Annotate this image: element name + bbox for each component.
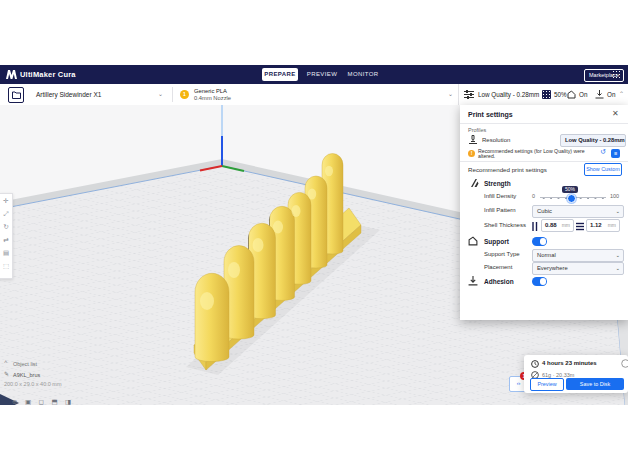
- open-file-button[interactable]: [8, 87, 24, 103]
- recommended-settings-label: Recommended print settings: [468, 166, 547, 173]
- caret-up-icon[interactable]: ˄: [4, 359, 8, 365]
- placement-dropdown[interactable]: Everywhere ⌄: [532, 262, 624, 275]
- extruder-color-icon: 1: [180, 90, 189, 99]
- sliders-icon: [464, 90, 474, 99]
- camera-view-toolbar: ⊕ ▣ ◻ ⬒ ◨: [12, 390, 74, 405]
- nozzle-size[interactable]: 0.4mm Nozzle: [194, 95, 231, 101]
- print-action-panel: 4 hours 23 minutes 61g · 20.33m Preview …: [524, 355, 628, 393]
- tab-prepare[interactable]: PREPARE: [262, 68, 298, 81]
- view-front-icon[interactable]: ▣: [25, 398, 31, 405]
- chevron-down-icon: ⌄: [617, 135, 622, 145]
- wall-thickness-value: 0.88: [545, 220, 557, 231]
- infill-density-label: Infill Density: [484, 193, 516, 199]
- placement-value: Everywhere: [537, 265, 568, 271]
- folder-icon: [12, 91, 21, 99]
- screenshot-canvas: UltiMaker Cura PREPARE PREVIEW MONITOR M…: [0, 0, 628, 472]
- adhesion-summary[interactable]: On: [607, 84, 615, 105]
- object-list-toggle[interactable]: Object list: [13, 361, 37, 367]
- reset-settings-icon[interactable]: ↺: [600, 148, 606, 156]
- apps-grid-icon[interactable]: [612, 70, 620, 78]
- copy-to-custom-icon[interactable]: ≡: [611, 149, 620, 158]
- print-settings-panel: Print settings ✕ Profiles Resolution Low…: [460, 105, 628, 320]
- top-bottom-thickness-icon: [576, 222, 584, 231]
- tab-monitor[interactable]: MONITOR: [344, 68, 382, 81]
- material-name[interactable]: Generic PLA: [194, 88, 227, 94]
- show-custom-button[interactable]: Show Custom: [584, 163, 622, 176]
- warning-icon: !: [468, 150, 475, 157]
- placement-label: Placement: [484, 264, 512, 270]
- view-top-icon[interactable]: ◻: [39, 398, 44, 405]
- adhesion-icon: [595, 90, 604, 99]
- panel-title: Print settings: [468, 111, 513, 118]
- divider: [460, 161, 628, 162]
- settings-altered-warning: Recommended settings (for Low Quality) w…: [478, 149, 598, 161]
- top-bottom-thickness-unit: mm: [608, 220, 616, 231]
- view-left-icon[interactable]: ⬒: [51, 398, 57, 405]
- profile-summary[interactable]: Low Quality - 0.28mm: [478, 84, 539, 105]
- infill-pattern-dropdown[interactable]: Cubic ⌄: [532, 205, 624, 218]
- chevron-down-icon: ⌄: [615, 250, 620, 260]
- preview-button[interactable]: Preview: [530, 378, 564, 391]
- clock-icon: [621, 359, 628, 368]
- support-blocker-icon[interactable]: ⬚: [3, 261, 9, 271]
- print-time-estimate: 4 hours 23 minutes: [542, 360, 597, 366]
- move-tool-icon[interactable]: ✛: [3, 196, 8, 206]
- support-type-label: Support Type: [484, 251, 520, 257]
- infill-summary[interactable]: 50%: [554, 84, 567, 105]
- support-type-dropdown[interactable]: Normal ⌄: [532, 249, 624, 262]
- top-bottom-thickness-value: 1.12: [590, 220, 602, 231]
- adhesion-section-label: Adhesion: [484, 278, 514, 285]
- chevron-down-icon: ⌄: [615, 206, 620, 216]
- tab-preview[interactable]: PREVIEW: [304, 68, 340, 81]
- resolution-icon: [468, 135, 478, 144]
- wall-thickness-icon: [532, 222, 538, 231]
- support-toggle[interactable]: [532, 237, 547, 246]
- model-dimensions: 200.0 x 29.0 x 40.0 mm: [4, 381, 61, 387]
- mirror-tool-icon[interactable]: ⇄: [3, 235, 8, 245]
- model-name[interactable]: A9KL_brus: [13, 372, 40, 378]
- chevron-down-icon[interactable]: ⌄: [158, 84, 163, 105]
- profiles-label: Profiles: [468, 127, 486, 133]
- support-type-value: Normal: [537, 252, 556, 258]
- ultimaker-logo-icon: [6, 70, 17, 79]
- adhesion-toggle[interactable]: [532, 277, 547, 286]
- infill-pattern-label: Infill Pattern: [484, 207, 516, 213]
- chevron-down-icon[interactable]: ⌄: [448, 84, 453, 105]
- resolution-value: Low Quality - 0.28mm: [565, 137, 625, 143]
- save-to-disk-button[interactable]: Save to Disk: [566, 378, 624, 390]
- app-title: UltiMaker Cura: [20, 70, 76, 79]
- support-icon: [567, 90, 576, 99]
- slider-min-label: 0: [532, 193, 535, 199]
- scale-tool-icon[interactable]: ⤢: [3, 209, 8, 219]
- toolbar-divider: [172, 87, 173, 102]
- support-summary[interactable]: On: [579, 84, 587, 105]
- support-section-icon: [468, 236, 478, 246]
- support-section-label: Support: [484, 238, 509, 245]
- close-icon[interactable]: ✕: [612, 109, 619, 118]
- printer-selector[interactable]: Artillery Sidewinder X1: [36, 84, 101, 105]
- infill-pattern-value: Cubic: [537, 208, 552, 214]
- resolution-label: Resolution: [482, 137, 510, 143]
- wall-thickness-input[interactable]: 0.88 mm: [541, 219, 574, 232]
- rotate-tool-icon[interactable]: ↻: [3, 222, 8, 232]
- infill-density-icon: [542, 90, 551, 99]
- strength-icon: [469, 178, 479, 188]
- wall-thickness-unit: mm: [562, 220, 570, 231]
- chevron-up-icon[interactable]: ⌃: [619, 84, 624, 105]
- chevron-down-icon: ⌄: [615, 263, 620, 273]
- shell-thickness-label: Shell Thickness: [484, 222, 526, 228]
- top-bottom-thickness-input[interactable]: 1.12 mm: [586, 219, 620, 232]
- clock-icon: [531, 360, 539, 368]
- app-header: UltiMaker Cura PREPARE PREVIEW MONITOR M…: [0, 65, 628, 84]
- divider: [460, 123, 628, 124]
- resolution-dropdown[interactable]: Low Quality - 0.28mm ⌄: [560, 134, 626, 147]
- per-model-settings-icon[interactable]: ▤: [3, 248, 9, 258]
- configuration-toolbar: Artillery Sidewinder X1 ⌄ 1 Generic PLA …: [0, 84, 628, 106]
- infill-slider-handle[interactable]: [567, 194, 576, 203]
- view-right-icon[interactable]: ◨: [65, 398, 71, 405]
- view-3d-icon[interactable]: ⊕: [12, 398, 17, 405]
- model-tools-toolbar: ✛ ⤢ ↻ ⇄ ▤ ⬚: [0, 193, 13, 279]
- toolbar-divider: [458, 84, 459, 105]
- cura-window: UltiMaker Cura PREPARE PREVIEW MONITOR M…: [0, 65, 628, 405]
- pencil-icon: ✎: [4, 370, 9, 377]
